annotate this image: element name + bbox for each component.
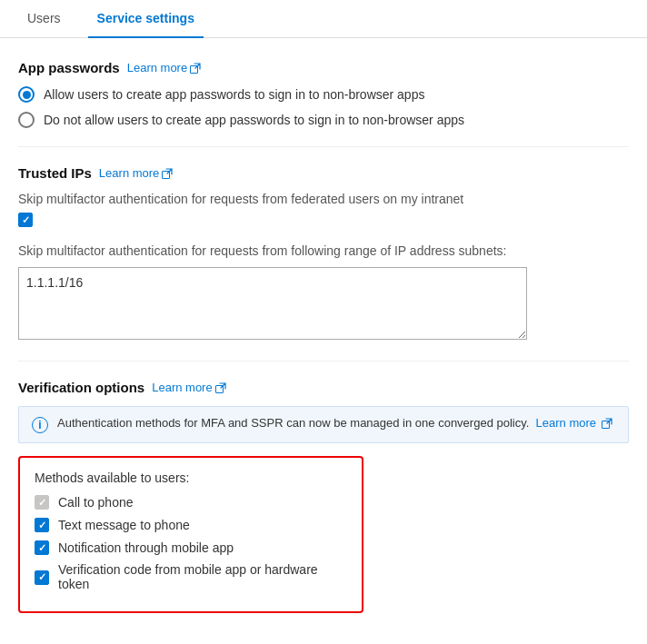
method-notification-app[interactable]: Notification through mobile app (35, 540, 347, 555)
app-passwords-learn-more[interactable]: Learn more (127, 61, 201, 74)
info-text: Authentication methods for MFA and SSPR … (57, 416, 612, 430)
tab-users[interactable]: Users (18, 0, 70, 38)
trusted-ips-external-link-icon (162, 168, 173, 179)
verification-options-title: Verification options (18, 380, 144, 395)
radio-allow-label: Allow users to create app passwords to s… (44, 87, 424, 102)
method-notification-app-checkbox (35, 540, 49, 555)
main-content: App passwords Learn more Allow users to … (0, 60, 647, 631)
skip-federated-checkbox[interactable] (18, 212, 629, 227)
radio-allow[interactable]: Allow users to create app passwords to s… (18, 86, 629, 103)
external-link-icon (190, 63, 201, 74)
tab-bar: Users Service settings (0, 0, 647, 38)
method-text-message-checkbox (35, 518, 49, 532)
radio-deny-label: Do not allow users to create app passwor… (44, 113, 464, 127)
method-call-to-phone[interactable]: Call to phone (35, 494, 347, 510)
radio-allow-circle (18, 86, 35, 103)
method-notification-app-label: Notification through mobile app (58, 540, 234, 555)
app-passwords-title: App passwords (18, 60, 120, 75)
method-text-message[interactable]: Text message to phone (35, 517, 347, 532)
info-learn-more-icon (602, 418, 612, 429)
verification-options-section-title: Verification options Learn more (18, 380, 629, 395)
skip-ip-label: Skip multifactor authentication for requ… (18, 243, 629, 258)
method-call-to-phone-label: Call to phone (58, 495, 134, 510)
methods-box: Methods available to users: Call to phon… (18, 456, 363, 613)
info-banner: i Authentication methods for MFA and SSP… (18, 406, 629, 443)
divider-2 (18, 361, 629, 362)
method-call-to-phone-checkbox (35, 495, 49, 510)
skip-federated-label: Skip multifactor authentication for requ… (18, 192, 629, 206)
trusted-ips-learn-more[interactable]: Learn more (99, 166, 173, 180)
skip-federated-checkbox-box (18, 213, 33, 227)
info-icon: i (32, 417, 48, 433)
trusted-ips-section-title: Trusted IPs Learn more (18, 165, 629, 181)
trusted-ips-title: Trusted IPs (18, 165, 92, 181)
method-text-message-label: Text message to phone (58, 518, 190, 532)
method-verification-code-checkbox (35, 570, 49, 585)
tab-service-settings[interactable]: Service settings (88, 0, 204, 38)
ip-subnet-textarea[interactable]: 1.1.1.1/16 (18, 267, 527, 340)
radio-deny-circle (18, 112, 35, 128)
method-verification-code-label: Verification code from mobile app or har… (58, 562, 347, 591)
method-verification-code[interactable]: Verification code from mobile app or har… (35, 562, 347, 591)
divider-1 (18, 146, 629, 147)
verification-options-external-link-icon (215, 382, 226, 393)
app-passwords-section-title: App passwords Learn more (18, 60, 629, 75)
radio-deny[interactable]: Do not allow users to create app passwor… (18, 112, 629, 128)
methods-title: Methods available to users: (35, 471, 347, 485)
info-learn-more[interactable]: Learn more (536, 416, 612, 430)
verification-options-learn-more[interactable]: Learn more (152, 381, 225, 394)
app-passwords-radio-group: Allow users to create app passwords to s… (18, 86, 629, 128)
